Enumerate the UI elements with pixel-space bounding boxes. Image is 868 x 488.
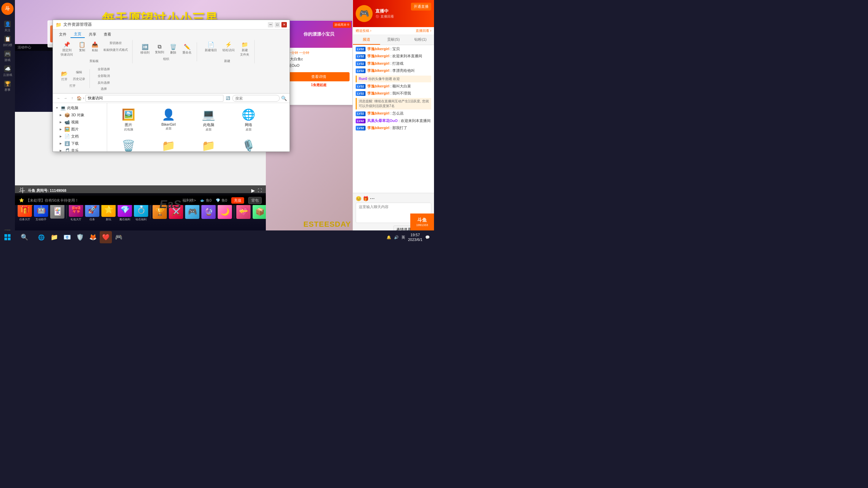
sidebar-item-follow[interactable]: 👤 关注 [1, 20, 14, 33]
tree-arrow-video: ▶ [60, 121, 63, 124]
fe-copy-to-button[interactable]: ⧉ 复制到 [153, 42, 166, 56]
fe-open-button[interactable]: 📂 打开 [58, 69, 71, 83]
video-fullscreen-button[interactable]: ⛶ [258, 188, 262, 193]
taskbar-date: 2023/6/1 [408, 237, 422, 242]
taskbar-notification-icon[interactable]: 💬 [425, 235, 430, 240]
fe-forward-button[interactable]: → [62, 95, 68, 101]
fe-tab-file[interactable]: 文件 [56, 31, 70, 38]
chat-more-btn[interactable]: ⋯ [370, 196, 375, 201]
gift-card-icon[interactable]: 🃏 [50, 204, 64, 219]
promo-1yuan: 1鱼翅起超 [288, 83, 350, 87]
fe-tab-home[interactable]: 主页 [71, 31, 85, 38]
fe-close-button[interactable]: ✕ [281, 22, 287, 27]
recycle-icon: 🗑️ [122, 139, 135, 152]
fe-maximize-button[interactable]: □ [275, 22, 280, 27]
tree-arrow-3d: ▶ [60, 114, 63, 117]
fe-easy-access-button[interactable]: ⚡ 轻松访问 [220, 40, 237, 58]
tree-arrow-pc: ▼ [56, 106, 59, 109]
tree-item-pics[interactable]: ▶ 🖼️ 图片 [53, 126, 107, 133]
taskbar-security-button[interactable]: 🛡️ [74, 231, 86, 243]
open-live-button[interactable]: 开通直播 [411, 3, 431, 11]
chat-tab-contribution[interactable]: 贡献(S) [380, 35, 407, 45]
fe-item-pictures[interactable]: 🖼️ 图片 此电脑 [110, 106, 147, 134]
diamond-welfare-emoji: 💍 [137, 205, 146, 214]
fe-item-audio[interactable]: 🎙️ 录音 本地磁盘 (E:) [230, 137, 267, 152]
fe-item-network[interactable]: 🌐 网络 桌面 [230, 106, 267, 134]
fe-delete-button[interactable]: 🗑️ 删除 [167, 42, 179, 56]
sidebar-item-cloud[interactable]: ☁️ 云游戏 [1, 65, 14, 77]
fe-paste-shortcut-button[interactable]: 粘贴快捷方式格式 [102, 47, 130, 53]
weapon-3-icon[interactable]: 🎮 [185, 205, 199, 219]
taskbar-browser-button[interactable]: 🦊 [87, 231, 99, 243]
fe-item-recycle[interactable]: 🗑️ 回收站 桌面 [110, 137, 147, 152]
fe-rename-button[interactable]: ✏️ 重命名 [180, 42, 194, 56]
fe-refresh-button[interactable]: 🔄 [225, 95, 231, 101]
taskbar-mail-button[interactable]: 📧 [61, 231, 73, 243]
weapon-4-icon[interactable]: 🔮 [201, 205, 216, 219]
fe-tab-view[interactable]: 查看 [100, 31, 115, 38]
backpack-button[interactable]: 背包 [248, 197, 262, 204]
fe-edit-button[interactable]: 编辑 [71, 69, 87, 76]
fe-item-000[interactable]: 📁 000 本地磁盘 (D:) [150, 137, 187, 152]
taskbar-ie-button[interactable]: 🌐 [35, 231, 47, 243]
taskbar-start-button[interactable] [1, 231, 14, 243]
fe-pin-quickaccess-button[interactable]: 📌 固定到快速访问 [58, 40, 75, 58]
promo-details-button[interactable]: 查看详情 [288, 72, 350, 81]
fe-address-input[interactable] [85, 95, 223, 102]
chat-header-banner: 🎮 直播中 🔴 直播回看 开通直播 [353, 0, 434, 27]
fe-item-thispc[interactable]: 💻 此电脑 桌面 [190, 106, 227, 134]
taskbar-volume-icon: 🔊 [394, 235, 399, 240]
fe-open-buttons: 📂 打开 编辑 历史记录 [58, 69, 87, 83]
fe-cut-path-button[interactable]: 剪切路径 [102, 40, 130, 46]
sidebar-label-esports: 赛事 [4, 88, 11, 92]
tree-item-pc[interactable]: ▼ 💻 此电脑 [53, 104, 107, 111]
fe-back-button[interactable]: ← [56, 95, 62, 101]
fe-new-item-button[interactable]: 📄 新建项目 [202, 40, 219, 58]
gift-box-icon[interactable]: 📦 [253, 205, 266, 219]
taskbar-game2-button[interactable]: 🎮 [113, 231, 125, 243]
sidebar-item-games[interactable]: 🎮 游戏 [1, 50, 14, 62]
fe-move-to-button[interactable]: ➡️ 移动到 [138, 42, 152, 56]
fe-item-bikergirl[interactable]: 👤 BikerGirl 桌面 [150, 106, 187, 134]
tree-label-downloads: 下载 [71, 141, 79, 146]
fe-history-button[interactable]: 历史记录 [71, 76, 87, 82]
fe-invert-select-button[interactable]: 反向选择 [95, 80, 112, 86]
fe-select-all-button[interactable]: 全部选择 [95, 66, 112, 73]
taskbar-game1-button[interactable]: ❤️ [100, 231, 112, 243]
lv-badge-0: LV32 [356, 47, 366, 52]
tree-item-docs[interactable]: ▶ 📄 文档 [53, 133, 107, 140]
tree-item-music[interactable]: ▶ 🎵 音乐 [53, 147, 107, 152]
easy-access-icon: ⚡ [225, 41, 232, 48]
sidebar-item-ranking[interactable]: 📋 排行榜 [1, 35, 14, 47]
lv-badge-7: LV42 [356, 119, 366, 123]
chat-tab-diamond[interactable]: 钻粉(1) [407, 35, 434, 45]
tree-item-3d[interactable]: ▶ 📦 3D 对象 [53, 111, 107, 119]
fe-up-button[interactable]: ↑ [69, 95, 75, 101]
fe-minimize-button[interactable]: ─ [268, 22, 273, 27]
taskbar-search-button[interactable]: 🔍 [14, 231, 35, 243]
sidebar-item-esports[interactable]: 🏆 赛事 [1, 80, 14, 92]
weapon-5-icon[interactable]: 🌙 [218, 205, 232, 219]
replay-link[interactable]: 直播回看 › [416, 28, 431, 33]
fe-paste-button[interactable]: 📥 粘贴 [89, 40, 101, 58]
taskbar-clock[interactable]: 19:57 2023/6/1 [408, 232, 422, 242]
tree-label-pc: 此电脑 [67, 105, 78, 110]
fe-item-cfg[interactable]: 📁 cfg 本地磁盘 (E:)\stea...\local [190, 137, 227, 152]
fe-new-folder-button[interactable]: 📁 新建文件夹 [238, 40, 252, 58]
video-play-button[interactable]: ▶ [251, 188, 255, 193]
chat-emoji-btn[interactable]: 😊 [356, 196, 361, 201]
fe-deselect-all-button[interactable]: 全部取消 [95, 73, 112, 79]
tree-item-video[interactable]: ▶ 📹 视频 [53, 119, 107, 126]
fe-search-input[interactable] [232, 95, 280, 102]
taskbar-explorer-button[interactable]: 📁 [48, 231, 60, 243]
broadcast-link[interactable]: 赠送投稿 › [356, 28, 371, 33]
recharge-button[interactable]: 充值 [231, 197, 244, 204]
cfg-icon: 📁 [202, 139, 215, 152]
heart-gift-icon[interactable]: 💝 [236, 205, 251, 219]
fe-copy-button[interactable]: 📋 复制 [76, 40, 88, 58]
fe-clipboard-group: 📌 固定到快速访问 📋 复制 📥 粘贴 剪切路径 [56, 40, 133, 63]
fe-tab-share[interactable]: 共享 [85, 31, 100, 38]
chat-tab-channel[interactable]: 频道 [353, 35, 380, 45]
chat-gift-btn[interactable]: 🎁 [363, 196, 369, 201]
tree-item-downloads[interactable]: ▶ ⬇️ 下载 [53, 140, 107, 147]
